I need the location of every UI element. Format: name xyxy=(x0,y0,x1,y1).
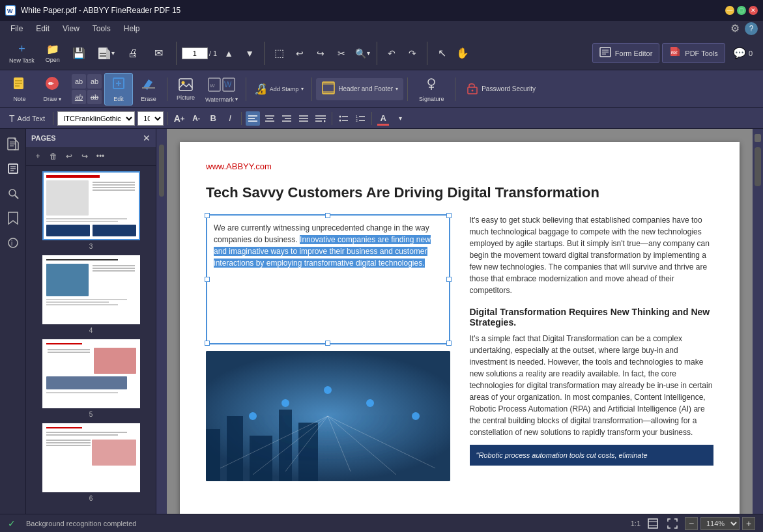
handle-tl[interactable] xyxy=(205,213,210,218)
draw-tool[interactable]: ✏ Draw ▾ xyxy=(35,73,69,105)
handle-br[interactable] xyxy=(446,341,452,346)
right-scrollbar[interactable] xyxy=(753,129,763,514)
hand-button[interactable]: ✋ xyxy=(453,44,472,63)
annotations-icon[interactable]: i xyxy=(3,233,23,253)
search-icon[interactable] xyxy=(3,184,23,203)
more-options-button[interactable]: ••• xyxy=(94,150,107,163)
picture-tool[interactable]: Picture xyxy=(171,73,200,105)
text-color-button[interactable]: A xyxy=(376,111,390,126)
handle-mr[interactable] xyxy=(446,277,452,282)
edit-tool[interactable]: Edit xyxy=(104,73,133,105)
messages-button[interactable]: 💬 0 xyxy=(728,44,758,62)
select-tool-button[interactable]: ⬚ xyxy=(270,44,288,63)
delete-page-button[interactable]: 🗑 xyxy=(47,150,60,163)
doc-right-col: It's easy to get stuck believing that es… xyxy=(470,214,714,481)
align-center-button[interactable] xyxy=(263,111,277,126)
new-doc-icon[interactable] xyxy=(3,134,23,154)
crop-button[interactable]: ✂ xyxy=(332,44,351,63)
document-scroll[interactable]: www.ABBYY.com Tech Savvy Customers Are D… xyxy=(167,129,753,514)
new-task-button[interactable]: + New Task xyxy=(5,39,38,68)
handle-bm[interactable] xyxy=(325,341,330,346)
bullet-list-button[interactable] xyxy=(336,111,351,126)
save-button[interactable]: 💾 xyxy=(67,39,91,68)
zoom-in-button[interactable]: + xyxy=(742,517,755,530)
rotate-right-page[interactable]: ↪ xyxy=(78,150,91,163)
add-text-button[interactable]: T Add Text xyxy=(5,112,49,125)
pages-title: PAGES xyxy=(31,134,140,142)
rotate-cw-button[interactable]: ↪ xyxy=(311,44,330,63)
svg-rect-21 xyxy=(179,79,192,91)
menu-view[interactable]: View xyxy=(57,23,85,35)
settings-icon[interactable]: ⚙ xyxy=(730,22,740,35)
window-controls[interactable]: — □ ✕ xyxy=(725,6,758,15)
open-button[interactable]: 📁 Open xyxy=(41,39,65,68)
form-editor-button[interactable]: Form Editor xyxy=(592,43,659,63)
text-box[interactable]: We are currently witnessing unprecedente… xyxy=(206,214,450,344)
rotate-left-page[interactable]: ↩ xyxy=(63,150,76,163)
page-up-button[interactable]: ▲ xyxy=(220,44,238,63)
password-security-button[interactable]: Password Security xyxy=(459,78,541,100)
print-button[interactable]: 🖨 xyxy=(121,39,145,68)
pdf-tools-button[interactable]: PDF PDF Tools xyxy=(662,43,725,63)
save-as-button[interactable]: ▾ xyxy=(93,39,119,68)
menu-edit[interactable]: Edit xyxy=(31,23,55,35)
cursor-button[interactable]: ↖ xyxy=(433,44,451,63)
header-footer-button[interactable]: Header and Footer ▾ xyxy=(316,78,403,100)
redo-button[interactable]: ↷ xyxy=(403,44,422,63)
stamp-icon: 🔏 xyxy=(254,83,267,95)
align-right-button[interactable] xyxy=(280,111,294,126)
signature-tool[interactable]: Signature xyxy=(412,73,451,105)
menu-tools[interactable]: Tools xyxy=(87,23,116,35)
text-style-3[interactable]: ab xyxy=(72,90,86,104)
bookmark-icon[interactable] xyxy=(3,208,23,228)
font-select[interactable]: ITCFranklinGothic xyxy=(57,111,135,126)
font-size-select[interactable]: 10 xyxy=(137,111,164,126)
add-page-button[interactable]: + xyxy=(31,150,44,163)
note-icon xyxy=(12,76,27,94)
fit-page-button[interactable] xyxy=(646,516,660,531)
menu-file[interactable]: File xyxy=(5,23,28,35)
justify-button[interactable] xyxy=(296,111,311,126)
page-thumb-6[interactable]: 6 xyxy=(31,423,151,502)
zoom-dropdown-button[interactable]: 🔍▾ xyxy=(353,44,371,63)
separator4 xyxy=(427,42,427,65)
decrease-font-button[interactable]: A- xyxy=(189,111,203,126)
undo-button[interactable]: ↶ xyxy=(382,44,401,63)
handle-tr[interactable] xyxy=(446,213,452,218)
close-button[interactable]: ✕ xyxy=(749,6,758,15)
numbered-list-button[interactable]: 1.2. xyxy=(353,111,367,126)
watermark-tool[interactable]: W W Watermark ▾ xyxy=(201,73,242,105)
justify-all-button[interactable] xyxy=(313,111,328,126)
page-thumb-4[interactable]: 4 xyxy=(31,255,151,334)
align-left-button[interactable] xyxy=(246,111,260,126)
help-icon[interactable]: ? xyxy=(745,22,758,35)
zoom-select[interactable]: 114% 100% 75% 50% xyxy=(700,517,740,530)
pages-panel-icon[interactable] xyxy=(3,159,23,178)
handle-tm[interactable] xyxy=(325,213,330,218)
handle-ml[interactable] xyxy=(205,277,210,282)
erase-tool[interactable]: Erase xyxy=(134,73,163,105)
italic-button[interactable]: I xyxy=(223,111,237,126)
fullscreen-button[interactable] xyxy=(665,516,680,531)
email-button[interactable]: ✉ xyxy=(147,39,171,68)
text-style-1[interactable]: ab xyxy=(72,74,86,89)
text-color-dropdown[interactable]: ▾ xyxy=(393,111,407,126)
page-thumb-5[interactable]: 5 xyxy=(31,339,151,418)
page-image-6 xyxy=(42,423,140,492)
maximize-button[interactable]: □ xyxy=(737,6,746,15)
minimize-button[interactable]: — xyxy=(725,6,734,15)
page-number-input[interactable] xyxy=(182,48,208,59)
text-style-2[interactable]: ab xyxy=(87,74,102,89)
menu-help[interactable]: Help xyxy=(119,23,145,35)
note-tool[interactable]: Note xyxy=(5,73,34,105)
increase-font-button[interactable]: A+ xyxy=(172,111,186,126)
bold-button[interactable]: B xyxy=(206,111,220,126)
rotate-ccw-button[interactable]: ↩ xyxy=(291,44,309,63)
page-down-button[interactable]: ▼ xyxy=(240,44,259,63)
text-style-4[interactable]: ab xyxy=(87,90,102,104)
add-stamp-tool[interactable]: 🔏 Add Stamp ▾ xyxy=(250,73,308,105)
zoom-out-button[interactable]: − xyxy=(685,517,698,530)
handle-bl[interactable] xyxy=(205,341,210,346)
page-thumb-3[interactable]: 3 xyxy=(31,171,151,250)
pages-close-button[interactable]: ✕ xyxy=(143,133,151,143)
